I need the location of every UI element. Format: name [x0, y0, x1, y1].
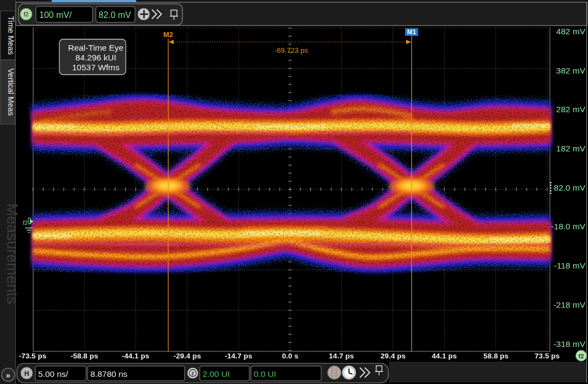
svg-text:-29.4 ps: -29.4 ps — [174, 352, 201, 360]
svg-text:-318 mV: -318 mV — [553, 339, 585, 349]
svg-text:282 mV: 282 mV — [556, 105, 586, 114]
svg-text:73.5 ps: 73.5 ps — [535, 352, 560, 360]
svg-text:8.8780 ns: 8.8780 ns — [90, 369, 127, 379]
svg-text:0.0 s: 0.0 s — [282, 352, 298, 360]
svg-text:5.00 ns/: 5.00 ns/ — [38, 369, 69, 379]
svg-text:-14.7 ps: -14.7 ps — [225, 352, 252, 360]
svg-text:-73.5 ps: -73.5 ps — [19, 352, 46, 360]
svg-text:f2: f2 — [23, 11, 28, 17]
svg-text:84.296 kUI: 84.296 kUI — [76, 53, 117, 62]
svg-text:Real-Time Eye: Real-Time Eye — [68, 43, 124, 52]
svg-text:58.8 ps: 58.8 ps — [483, 352, 509, 360]
svg-text:f2: f2 — [23, 220, 28, 226]
svg-text:-44.1 ps: -44.1 ps — [122, 352, 149, 360]
svg-text:M2: M2 — [163, 31, 173, 39]
svg-text:382 mV: 382 mV — [556, 66, 586, 75]
svg-text:-118 mV: -118 mV — [554, 261, 586, 270]
svg-text:Vertical Meas: Vertical Meas — [7, 68, 15, 115]
svg-text:82.0 mV: 82.0 mV — [554, 183, 585, 192]
svg-text:2.00 UI: 2.00 UI — [203, 369, 230, 379]
svg-text:482 mV: 482 mV — [556, 27, 586, 36]
svg-text:-69.723 ps: -69.723 ps — [274, 46, 308, 54]
svg-text:Z: Z — [191, 371, 194, 376]
svg-text:44.1 ps: 44.1 ps — [432, 352, 457, 360]
svg-text:Measurements: Measurements — [4, 203, 21, 304]
svg-text:14.7 ps: 14.7 ps — [329, 352, 354, 360]
svg-text:Time Meas: Time Meas — [7, 16, 15, 54]
svg-text:H: H — [24, 370, 29, 377]
svg-text:-18.0 mV: -18.0 mV — [551, 222, 586, 231]
svg-text:100 mV/: 100 mV/ — [39, 10, 72, 20]
svg-text:29.4 ps: 29.4 ps — [381, 352, 406, 360]
svg-text:10537 Wfms: 10537 Wfms — [72, 63, 119, 72]
svg-text:-218 mV: -218 mV — [553, 300, 585, 309]
svg-text:82.0 mV: 82.0 mV — [99, 10, 131, 20]
svg-text:M1: M1 — [407, 28, 416, 36]
svg-text:182 mV: 182 mV — [556, 144, 586, 153]
svg-text:-58.8 ps: -58.8 ps — [71, 352, 98, 360]
svg-text:f2: f2 — [579, 353, 584, 359]
svg-text:0.0 UI: 0.0 UI — [254, 369, 276, 379]
svg-text:»: » — [6, 370, 10, 380]
